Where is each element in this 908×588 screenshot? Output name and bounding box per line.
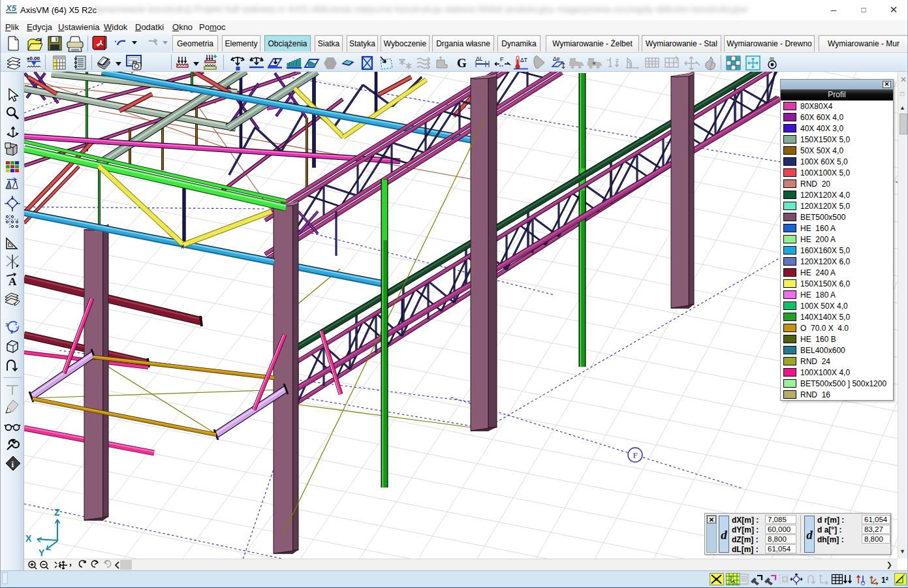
svg-text:F: F (633, 450, 637, 460)
svg-text:x: x (181, 243, 184, 250)
svg-text:X: X (25, 533, 32, 544)
svg-text:1²: 1² (881, 576, 888, 585)
svg-text:Z: Z (54, 507, 60, 518)
svg-text:3: 3 (5, 322, 8, 328)
svg-text:Y: Y (39, 548, 45, 558)
svg-text:X5: X5 (6, 4, 17, 13)
svg-text:ΔL: ΔL (476, 55, 483, 62)
svg-text:ΔT: ΔT (520, 57, 527, 63)
svg-text:F: F (500, 56, 504, 63)
svg-text:2: 2 (10, 329, 14, 335)
svg-text:±0.00: ±0.00 (27, 55, 40, 61)
svg-text:i: i (12, 459, 14, 469)
svg-text:A: A (8, 275, 17, 288)
svg-text:G: G (457, 56, 467, 70)
svg-text:1: 1 (14, 320, 18, 326)
svg-text:Δe: Δe (553, 55, 560, 62)
